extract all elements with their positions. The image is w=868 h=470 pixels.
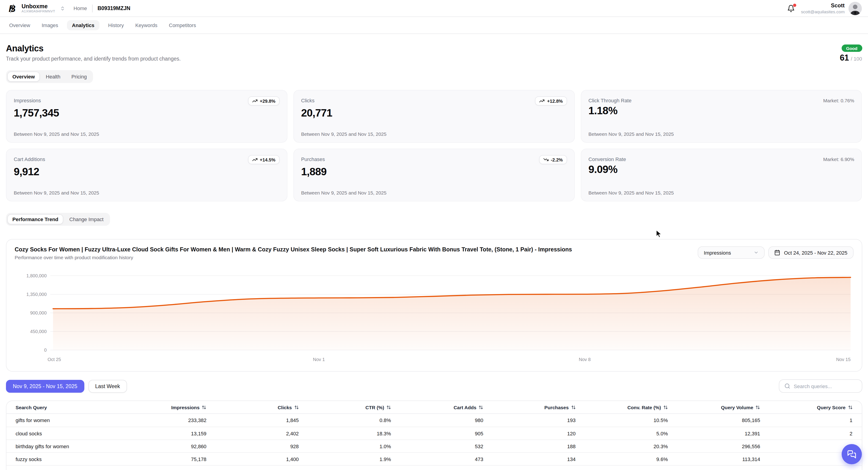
- page-subtitle: Track your product performance, and iden…: [6, 56, 181, 61]
- kpi-period: Between Nov 9, 2025 and Nov 15, 2025: [588, 190, 854, 196]
- search-icon: [784, 383, 790, 389]
- kpi-label: Purchases: [301, 155, 325, 162]
- kpi-value: 9.09%: [588, 163, 854, 176]
- cell-conv-rate: 10.5%: [576, 417, 668, 423]
- nav-tab-images[interactable]: Images: [39, 20, 61, 30]
- breadcrumb-divider: [92, 4, 92, 12]
- kpi-label: Click Through Rate: [588, 96, 631, 103]
- cell-query-volume: 339,312: [668, 469, 760, 470]
- column-header-search-query[interactable]: Search Query: [16, 404, 114, 410]
- app-root: B Unboxme A1XM0A94FRMNVT Home B09319MZJN: [0, 0, 868, 470]
- column-header-purchases[interactable]: Purchases: [484, 404, 576, 410]
- workspace-switcher[interactable]: B Unboxme A1XM0A94FRMNVT: [6, 2, 65, 14]
- table-row[interactable]: birthday gifts for women92,8609281.0%532…: [6, 440, 862, 452]
- chart-date-range-button[interactable]: Oct 24, 2025 - Nov 22, 2025: [769, 246, 853, 259]
- notifications-button[interactable]: [787, 4, 795, 12]
- cell-conv-rate: 9.6%: [576, 456, 668, 462]
- column-header-impressions[interactable]: Impressions: [114, 404, 207, 410]
- table-column-label: Clicks: [278, 404, 292, 410]
- table-header-row: Search Query Impressions Clicks CTR (%) …: [6, 401, 862, 414]
- view-tab-health[interactable]: Health: [41, 71, 66, 82]
- column-header-clicks[interactable]: Clicks: [207, 404, 299, 410]
- kpi-trend-badge: +29.8%: [248, 96, 279, 106]
- kpi-card-clicks: Clicks +12.8% 20,771 Between Nov 9, 2025…: [293, 90, 575, 143]
- svg-text:Nov 1: Nov 1: [313, 357, 325, 362]
- cell-impressions: 92,860: [114, 443, 207, 449]
- trend-view-tabs: Performance TrendChange Impact: [6, 213, 110, 226]
- search-queries-box[interactable]: [779, 379, 862, 393]
- column-header-query-score[interactable]: Query Score: [760, 404, 852, 410]
- cell-purchases: 193: [484, 417, 576, 423]
- cell-purchases: 134: [484, 456, 576, 462]
- trend-tab-change-impact[interactable]: Change Impact: [64, 214, 108, 224]
- cell-search-query: fuzzy socks: [16, 456, 114, 462]
- table-row[interactable]: cloud socks13,1592,40218.3%9051205.0%12,…: [6, 427, 862, 440]
- kpi-period: Between Nov 9, 2025 and Nov 15, 2025: [588, 131, 854, 137]
- kpi-top-row: Conversion Rate Market: 6.90%: [588, 155, 854, 162]
- avatar[interactable]: [848, 2, 862, 15]
- cell-purchases: 188: [484, 443, 576, 449]
- table-body: gifts for women233,3821,8450.8%98019310.…: [6, 414, 862, 470]
- table-row[interactable]: gifts for women233,3821,8450.8%98019310.…: [6, 414, 862, 427]
- nav-tab-analytics[interactable]: Analytics: [67, 20, 99, 30]
- sort-icon[interactable]: [202, 405, 207, 409]
- breadcrumb-home-link[interactable]: Home: [73, 5, 87, 11]
- trend-tab-performance-trend[interactable]: Performance Trend: [7, 214, 63, 224]
- unboxme-logo-icon: B: [6, 2, 18, 14]
- sort-icon[interactable]: [571, 405, 576, 409]
- nav-tab-competitors[interactable]: Competitors: [166, 20, 199, 30]
- svg-text:1,350,000: 1,350,000: [26, 292, 47, 297]
- kpi-trend-badge: +14.5%: [248, 155, 279, 164]
- kpi-label: Impressions: [14, 96, 41, 103]
- search-queries-input[interactable]: [794, 383, 857, 389]
- nav-tab-keywords[interactable]: Keywords: [132, 20, 160, 30]
- kpi-trend-badge: -2.2%: [539, 155, 567, 164]
- table-filter-row: Nov 9, 2025 - Nov 15, 2025 Last Week: [6, 379, 862, 393]
- date-range-filter-active[interactable]: Nov 9, 2025 - Nov 15, 2025: [6, 380, 84, 392]
- analytics-view-tabs: OverviewHealthPricing: [6, 70, 93, 83]
- column-header-conv-rate[interactable]: Conv. Rate (%): [576, 404, 668, 410]
- sort-icon[interactable]: [294, 405, 299, 409]
- cell-query-score: 5: [760, 469, 852, 470]
- chat-support-button[interactable]: [841, 444, 862, 464]
- kpi-card-purchases: Purchases -2.2% 1,889 Between Nov 9, 202…: [293, 149, 575, 201]
- column-header-query-volume[interactable]: Query Volume: [668, 404, 760, 410]
- metric-select[interactable]: Impressions: [698, 246, 765, 259]
- kpi-value: 1,757,345: [14, 107, 280, 119]
- column-header-cart-adds[interactable]: Cart Adds: [391, 404, 484, 410]
- trending-up-icon: [539, 98, 545, 104]
- nav-tab-overview[interactable]: Overview: [6, 20, 33, 30]
- health-score-line: 61 / 100: [840, 53, 862, 63]
- last-week-filter[interactable]: Last Week: [88, 380, 127, 392]
- table-row[interactable]: stocking stuffers for women69,9399051.3%…: [6, 465, 862, 470]
- cell-ctr: 1.9%: [299, 456, 391, 462]
- health-score-box: Good 61 / 100: [840, 43, 862, 63]
- calendar-icon: [774, 249, 780, 256]
- kpi-trend-badge: +12.8%: [535, 96, 567, 106]
- page-title-block: Analytics Track your product performance…: [6, 43, 181, 61]
- kpi-grid: Impressions +29.8% 1,757,345 Between Nov…: [6, 90, 862, 201]
- notification-badge: [793, 3, 797, 7]
- table-column-label: Search Query: [16, 404, 47, 410]
- sort-icon[interactable]: [386, 405, 391, 409]
- view-tab-pricing[interactable]: Pricing: [66, 71, 92, 82]
- sort-icon[interactable]: [663, 405, 668, 409]
- column-header-ctr[interactable]: CTR (%): [299, 404, 391, 410]
- main-content: Analytics Track your product performance…: [0, 43, 868, 470]
- view-tab-overview[interactable]: Overview: [7, 71, 40, 82]
- sort-icon[interactable]: [848, 405, 852, 409]
- trending-up-icon: [252, 98, 257, 104]
- breadcrumb: Home B09319MZJN: [73, 4, 130, 12]
- kpi-trend-value: +29.8%: [260, 98, 275, 104]
- nav-tab-history[interactable]: History: [105, 20, 126, 30]
- sort-icon[interactable]: [479, 405, 484, 409]
- table-row[interactable]: fuzzy socks75,1781,4001.9%4731349.6%113,…: [6, 452, 862, 465]
- kpi-card-conversion-rate: Conversion Rate Market: 6.90% 9.09% Betw…: [581, 149, 862, 201]
- top-header-right: Scott scott@aquilasites.com: [787, 2, 862, 15]
- cell-clicks: 905: [207, 469, 299, 470]
- sort-icon[interactable]: [755, 405, 760, 409]
- user-menu[interactable]: Scott scott@aquilasites.com: [801, 2, 862, 15]
- top-header: B Unboxme A1XM0A94FRMNVT Home B09319MZJN: [0, 0, 868, 17]
- account-id: A1XM0A94FRMNVT: [22, 10, 55, 13]
- kpi-top-row: Purchases -2.2%: [301, 155, 567, 164]
